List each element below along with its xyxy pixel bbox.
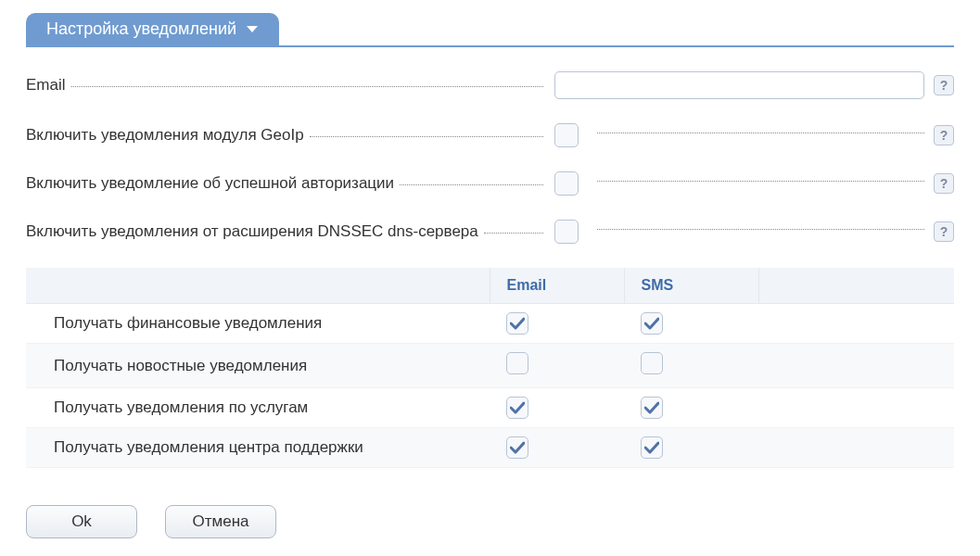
row-auth: Включить уведомление об успешной авториз… — [26, 171, 954, 196]
row-geoip: Включить уведомления модуля GeoIp ? — [26, 123, 954, 147]
checkbox-auth[interactable] — [554, 171, 579, 196]
help-icon[interactable]: ? — [934, 173, 954, 194]
row-label: Получать уведомления центра поддержки — [54, 438, 363, 456]
col-sms: SMS — [624, 268, 758, 304]
button-row: Ok Отмена — [26, 505, 954, 538]
row-label: Получать финансовые уведомления — [54, 314, 322, 332]
notifications-table: Email SMS Получать финансовые уведомлени… — [26, 268, 954, 468]
col-label — [26, 268, 490, 304]
checkbox-email[interactable] — [506, 352, 528, 374]
checkbox-geoip[interactable] — [554, 123, 579, 147]
checkbox-sms[interactable] — [641, 352, 663, 374]
label-auth: Включить уведомление об успешной авториз… — [26, 174, 394, 193]
table-row: Получать уведомления по услугам — [26, 388, 954, 428]
row-label: Получать уведомления по услугам — [54, 398, 308, 416]
dots — [310, 136, 543, 137]
cancel-button[interactable]: Отмена — [165, 505, 276, 538]
tabs: Настройка уведомлений — [26, 13, 954, 47]
checkbox-sms[interactable] — [641, 397, 663, 419]
row-email: Email ? — [26, 71, 954, 99]
checkbox-email[interactable] — [506, 397, 528, 419]
help-icon[interactable]: ? — [934, 125, 954, 145]
email-input[interactable] — [554, 71, 924, 99]
label-email: Email — [26, 76, 66, 95]
ok-button[interactable]: Ok — [26, 505, 137, 538]
table-row: Получать финансовые уведомления — [26, 304, 954, 344]
checkbox-email[interactable] — [506, 436, 528, 459]
tab-title: Настройка уведомлений — [46, 19, 236, 39]
label-geoip: Включить уведомления модуля GeoIp — [26, 126, 304, 145]
checkbox-sms[interactable] — [641, 436, 663, 459]
row-label: Получать новостные уведомления — [54, 357, 307, 374]
help-icon[interactable]: ? — [934, 75, 954, 95]
row-dnssec: Включить уведомления от расширения DNSSE… — [26, 220, 954, 244]
chevron-down-icon — [246, 25, 259, 34]
label-dnssec: Включить уведомления от расширения DNSSE… — [26, 222, 478, 241]
dots — [597, 133, 924, 133]
dots — [400, 184, 543, 185]
help-icon[interactable]: ? — [934, 221, 954, 242]
checkbox-email[interactable] — [506, 312, 528, 335]
checkbox-sms[interactable] — [641, 312, 663, 335]
dots — [484, 233, 543, 234]
col-email: Email — [490, 268, 624, 304]
dots — [597, 229, 924, 230]
dots — [597, 181, 924, 182]
col-blank — [758, 268, 954, 304]
tab-notifications[interactable]: Настройка уведомлений — [26, 13, 279, 45]
table-row: Получать новостные уведомления — [26, 344, 954, 388]
table-row: Получать уведомления центра поддержки — [26, 428, 954, 468]
checkbox-dnssec[interactable] — [554, 220, 579, 244]
dots — [71, 86, 543, 87]
